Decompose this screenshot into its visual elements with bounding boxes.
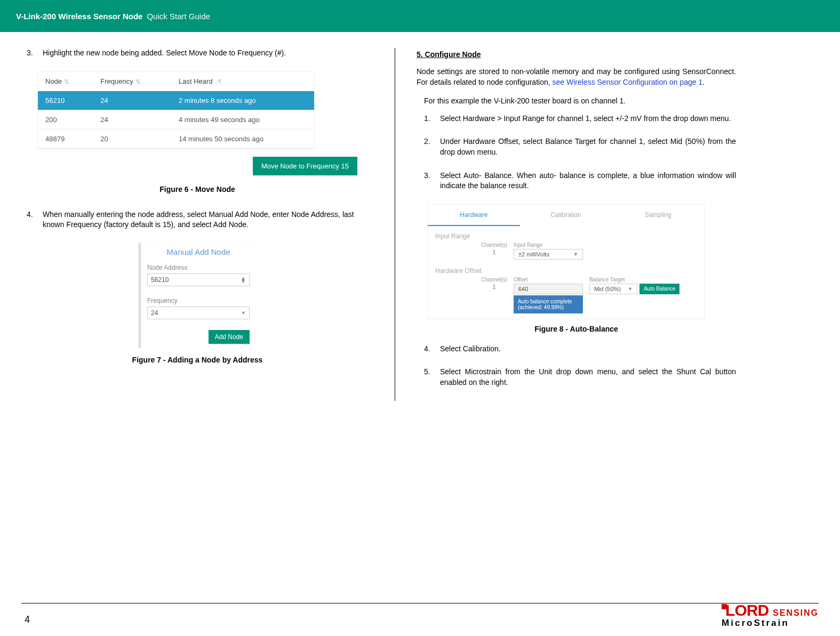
col-last-heard[interactable]: Last Heard↓₹ xyxy=(171,72,314,91)
header-subtitle: Quick Start Guide xyxy=(147,12,210,21)
offset-input[interactable]: 640 xyxy=(514,284,583,294)
page-number: 4 xyxy=(25,614,819,625)
balance-target-select[interactable]: Mid (50%)▼ xyxy=(589,284,637,294)
right-step-5: 5. Select Microstrain from the Unit drop… xyxy=(424,367,736,388)
col-node[interactable]: Node⇅ xyxy=(38,72,93,91)
move-node-button[interactable]: Move Node to Frequency 15 xyxy=(253,157,357,175)
step-3: 3. Highlight the new node being added. S… xyxy=(27,48,368,59)
step-4: 4. When manually entering the node addre… xyxy=(27,210,368,230)
intro-paragraph: Node settings are stored to non-volatile… xyxy=(417,66,736,88)
sort-icon: ⇅ xyxy=(64,78,69,85)
figure-8-caption: Figure 8 - Auto-Balance xyxy=(417,325,736,333)
node-address-label: Node Address xyxy=(147,264,250,271)
chevron-down-icon: ▼ xyxy=(241,310,246,316)
figure-7-panel: Manual Add Node Node Address 56210 ▲▼ Fr… xyxy=(139,243,256,348)
channel-value: 1 xyxy=(481,249,507,255)
page-footer: 4 xyxy=(21,603,819,625)
example-line: For this example the V-Link-200 tester b… xyxy=(424,95,736,106)
auto-balance-button[interactable]: Auto Balance xyxy=(639,284,680,294)
auto-balance-toast: Auto balance complete (achieved: 49.99%) xyxy=(514,295,583,313)
chevron-down-icon: ▼ xyxy=(573,252,578,257)
col-frequency[interactable]: Frequency⇅ xyxy=(93,72,171,91)
figure-6-table: Node⇅ Frequency⇅ Last Heard↓₹ 56210 24 2… xyxy=(37,71,315,149)
table-row[interactable]: 200 24 4 minutes 49 seconds ago xyxy=(38,110,314,129)
tab-calibration[interactable]: Calibration xyxy=(520,205,612,226)
figure-8-panel: Hardware Calibration Sampling Input Rang… xyxy=(427,204,705,319)
right-step-2: 2. Under Hardware Offset, select Balance… xyxy=(424,136,736,157)
right-step-1: 1. Select Hardware > Input Range for cha… xyxy=(424,114,736,124)
channel-value: 1 xyxy=(481,284,507,290)
sort-desc-icon: ↓₹ xyxy=(215,78,222,85)
step-number: 4. xyxy=(27,210,33,220)
hardware-offset-heading: Hardware Offset xyxy=(435,267,693,275)
figure-6-caption: Figure 6 - Move Node xyxy=(27,185,368,194)
config-link[interactable]: see Wireless Sensor Configuration on pag… xyxy=(553,78,703,86)
table-row[interactable]: 56210 24 2 minutes 8 seconds ago xyxy=(38,91,314,110)
tab-sampling[interactable]: Sampling xyxy=(612,205,704,226)
stepper-icon[interactable]: ▲▼ xyxy=(241,277,246,283)
frequency-label: Frequency xyxy=(147,297,250,304)
table-row[interactable]: 48879 20 14 minutes 50 seconds ago xyxy=(38,129,314,148)
tab-hardware[interactable]: Hardware xyxy=(428,205,520,226)
chevron-down-icon: ▼ xyxy=(628,286,633,292)
panel-title: Manual Add Node xyxy=(147,247,250,256)
left-column: 3. Highlight the new node being added. S… xyxy=(27,48,395,401)
right-column: 5. Configure Node Node settings are stor… xyxy=(395,48,736,401)
add-node-button[interactable]: Add Node xyxy=(209,330,250,344)
input-range-heading: Input Range xyxy=(435,232,693,240)
section-5-title: 5. Configure Node xyxy=(417,50,736,59)
step-text: When manually entering the node address,… xyxy=(43,210,354,229)
step-text: Highlight the new node being added. Sele… xyxy=(43,49,286,57)
frequency-select[interactable]: 24 ▼ xyxy=(147,307,250,319)
right-step-3: 3. Select Auto- Balance. When auto- bala… xyxy=(424,171,736,191)
right-step-4: 4. Select Calibration. xyxy=(424,344,736,355)
step-number: 3. xyxy=(27,48,33,59)
input-range-select[interactable]: ±2 milliVolts▼ xyxy=(514,249,583,260)
page-header: V-Link-200 Wireless Sensor Node Quick St… xyxy=(0,0,840,32)
header-title: V-Link-200 Wireless Sensor Node xyxy=(16,12,142,21)
figure-7-caption: Figure 7 - Adding a Node by Address xyxy=(27,356,368,364)
lord-sensing-logo: LORD SENSING MicroStrain xyxy=(722,602,819,627)
sort-icon: ⇅ xyxy=(135,78,140,85)
node-address-input[interactable]: 56210 ▲▼ xyxy=(147,273,250,286)
